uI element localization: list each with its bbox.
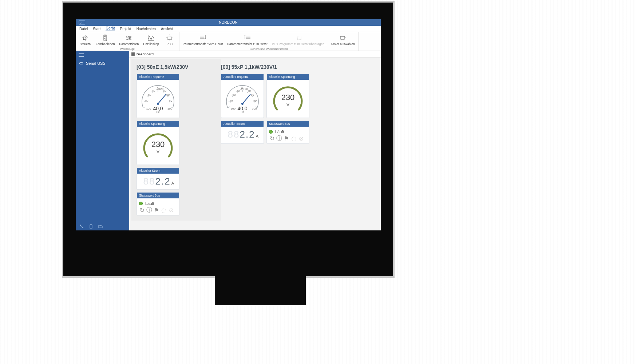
ribbon-parametrieren[interactable]: Parametrieren xyxy=(117,33,141,47)
card-title: Statuswort Bus xyxy=(137,193,179,198)
svg-point-12 xyxy=(104,38,106,39)
content-tabs: Dashboard xyxy=(129,51,381,58)
svg-text:-80: -80 xyxy=(144,99,149,102)
svg-text:80: 80 xyxy=(253,99,257,102)
svg-text:-40: -40 xyxy=(236,89,240,92)
seven-segment: 882.2A xyxy=(139,176,177,187)
svg-rect-37 xyxy=(90,225,92,228)
folder-icon[interactable] xyxy=(98,224,103,229)
chip-icon xyxy=(166,34,174,42)
svg-line-8 xyxy=(87,36,87,36)
svg-text:-60: -60 xyxy=(147,93,151,96)
status-text: Läuft xyxy=(275,130,284,134)
monitor-frame: NORDCON Datei Start Gerät Projekt Nachri… xyxy=(62,1,395,278)
status-led-icon xyxy=(269,130,273,134)
monitor-stand xyxy=(215,276,306,305)
card-current: Aktueller Strom 882.2A xyxy=(136,167,179,190)
sliders-icon xyxy=(125,34,133,42)
card-title: Aktueller Strom xyxy=(137,168,179,174)
card-title: Aktuelle Spannung xyxy=(137,121,179,127)
card-volt: Aktuelle Spannung 230V xyxy=(266,74,309,118)
menu-nachrichten[interactable]: Nachrichten xyxy=(136,27,156,31)
sidebar-item-serial-uss[interactable]: Serial USS xyxy=(76,59,129,68)
svg-text:60: 60 xyxy=(166,93,170,96)
info-icon: ⓘ xyxy=(277,136,281,141)
titlebar: NORDCON xyxy=(76,19,381,26)
menu-ansicht[interactable]: Ansicht xyxy=(161,27,173,31)
svg-rect-39 xyxy=(131,52,133,54)
svg-rect-18 xyxy=(128,39,129,40)
status-text: Läuft xyxy=(145,201,154,206)
ribbon: Steuern Fernbedienen Parametrieren Oszil… xyxy=(76,32,381,51)
card-freq: Aktuelle Frequenz xyxy=(136,74,179,118)
svg-rect-32 xyxy=(297,36,301,40)
menu-geraet[interactable]: Gerät xyxy=(106,26,115,31)
ribbon-group-label: Sichern und Wiederherstellen xyxy=(181,47,357,51)
svg-rect-41 xyxy=(131,54,133,56)
device-panel-1: [00] 55xP 1,1kW/230V/1 Aktuelle Frequenz xyxy=(221,64,310,215)
ribbon-plc-prog[interactable]: PLC Programm zum Gerät übertragen... xyxy=(270,33,329,47)
hamburger-icon[interactable] xyxy=(79,53,84,57)
restore-down-icon[interactable] xyxy=(79,20,85,25)
app-title: NORDCON xyxy=(219,20,238,24)
svg-text:0: 0 xyxy=(157,87,159,90)
remote-icon xyxy=(101,34,109,42)
ribbon-group-label: Werkzeuge xyxy=(77,47,178,51)
device-panel-0: [03] 50xE 1,5kW/230V Aktuelle Frequenz xyxy=(131,59,221,221)
menu-start[interactable]: Start xyxy=(93,27,100,31)
card-title: Statuswort Bus xyxy=(267,121,309,127)
svg-rect-11 xyxy=(104,36,106,37)
content-area: Dashboard [03] 50xE 1,5kW/230V Aktuelle … xyxy=(129,51,381,230)
dashboard: [03] 50xE 1,5kW/230V Aktuelle Frequenz xyxy=(129,58,381,222)
svg-line-63 xyxy=(158,94,166,104)
ribbon-plc[interactable]: PLC xyxy=(162,33,178,47)
svg-text:40: 40 xyxy=(163,89,166,92)
rotate-icon: ↻ xyxy=(140,208,144,212)
svg-text:40: 40 xyxy=(248,89,251,92)
svg-rect-42 xyxy=(133,54,135,56)
gauge-voltage: 230V xyxy=(139,129,177,162)
ribbon-pt-zum[interactable]: Parametertransfer zum Gerät xyxy=(225,33,269,47)
flag-icon: ⚑ xyxy=(284,136,289,141)
gauge-voltage: 230V xyxy=(269,82,307,115)
chip-transfer-icon xyxy=(295,34,303,42)
ribbon-fernbedienen[interactable]: Fernbedienen xyxy=(94,33,116,47)
port-icon xyxy=(79,62,83,64)
menu-projekt[interactable]: Projekt xyxy=(120,27,131,31)
download-to-device-icon xyxy=(244,34,252,42)
svg-point-1 xyxy=(85,37,86,39)
svg-text:0: 0 xyxy=(241,87,243,90)
card-title: Aktuelle Frequenz xyxy=(221,74,264,80)
device-title: [03] 50xE 1,5kW/230V xyxy=(136,64,216,70)
clock-icon: ◌ xyxy=(292,136,296,141)
svg-line-7 xyxy=(87,39,87,40)
svg-text:80: 80 xyxy=(169,99,172,102)
ribbon-oszilloskop[interactable]: Oszilloskop xyxy=(141,33,161,47)
sidebar-item-label: Serial USS xyxy=(86,61,106,66)
svg-rect-40 xyxy=(133,52,135,54)
gauge-frequency: -100-80-60 -40-200 204060 80100 40,0Hz xyxy=(139,82,177,115)
card-status: Statuswort Bus Läuft ↻ ⓘ ⚑ ◌ xyxy=(266,120,309,144)
card-current: Aktueller Strom 882.2A xyxy=(221,120,264,144)
gear-icon xyxy=(81,34,89,42)
svg-point-86 xyxy=(241,103,244,105)
svg-text:-40: -40 xyxy=(151,89,155,92)
info-icon: ⓘ xyxy=(147,208,151,212)
ribbon-steuern[interactable]: Steuern xyxy=(77,33,93,47)
menu-datei[interactable]: Datei xyxy=(79,27,88,31)
gauge-frequency: -100-80-60 -40-200 204060 80100 40,0Hz xyxy=(223,82,261,115)
sync-icon[interactable] xyxy=(79,224,84,229)
ribbon-pt-vom[interactable]: Parametertransfer vom Gerät xyxy=(181,33,225,47)
sidebar: Serial USS xyxy=(76,51,129,230)
device-title: [00] 55xP 1,1kW/230V/1 xyxy=(221,64,310,70)
sidebar-footer xyxy=(76,222,129,230)
clock-icon: ◌ xyxy=(162,208,166,212)
ribbon-group-werkzeuge: Steuern Fernbedienen Parametrieren Oszil… xyxy=(76,32,179,51)
seven-segment: 882.2A xyxy=(223,129,261,140)
svg-line-85 xyxy=(242,94,250,104)
status-icon-row: ↻ ⓘ ⚑ ◌ ⊘ xyxy=(269,136,303,141)
ribbon-motor-aus[interactable]: Motor auswählen xyxy=(329,33,357,47)
svg-rect-17 xyxy=(129,37,130,39)
battery-icon[interactable] xyxy=(89,224,93,229)
tab-dashboard[interactable]: Dashboard xyxy=(136,52,154,56)
